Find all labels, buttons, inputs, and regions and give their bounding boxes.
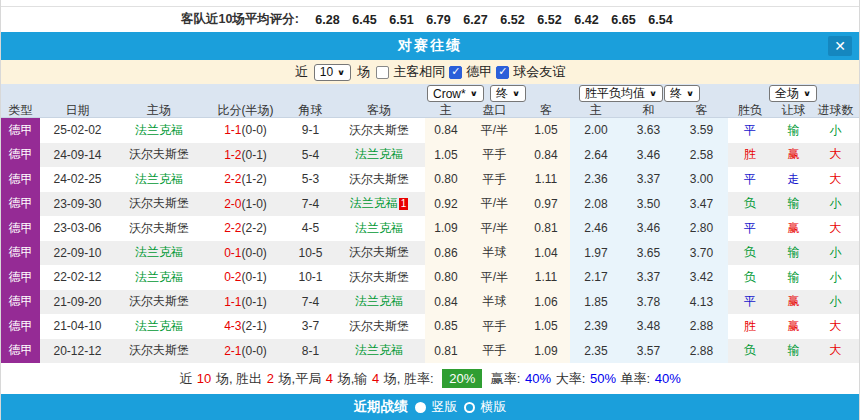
ratings-label: 客队近10场平均评分:	[181, 11, 299, 28]
corner-cell: 7-4	[288, 290, 333, 315]
rating-value: 6.27	[457, 13, 494, 27]
full-time-score: 4-3	[224, 319, 241, 333]
column-header: 角球	[288, 103, 333, 118]
table-row[interactable]: 德甲20-12-12沃尔夫斯堡2-1(0-0)8-1法兰克福0.81平手1.09…	[1, 339, 859, 364]
away-team-name: 法兰克福	[350, 195, 398, 212]
avg-away-cell: 3.00	[675, 167, 728, 192]
score-cell: 0-1(0-0)	[203, 241, 288, 266]
result-wdl-cell: 平	[728, 167, 772, 192]
summary-text: 赢率:	[487, 370, 524, 388]
handicap-cell: 半球	[467, 290, 522, 315]
result-goals-cell: 小	[815, 265, 856, 290]
half-time-score: (0-0)	[242, 344, 267, 358]
score-cell: 0-2(0-1)	[203, 265, 288, 290]
odds-away-cell: 1.06	[522, 290, 570, 315]
half-time-score: (0-0)	[242, 246, 267, 260]
avg-draw-cell: 3.78	[622, 290, 675, 315]
home-team-cell: 沃尔夫斯堡	[115, 339, 203, 364]
away-team-cell: 法兰克福	[333, 143, 425, 168]
near-label: 近	[295, 63, 308, 81]
avg-final-select[interactable]: 终 ∨	[664, 85, 700, 102]
handicap-cell: 平/半	[467, 265, 522, 290]
avg-draw-cell: 3.46	[622, 216, 675, 241]
odds-away-cell: 0.84	[522, 143, 570, 168]
table-row[interactable]: 德甲23-03-06沃尔夫斯堡2-2(2-2)4-5法兰克福1.09平/半0.8…	[1, 216, 859, 241]
odds-final-select[interactable]: 终 ∨	[490, 85, 526, 102]
table-row[interactable]: 德甲22-09-10法兰克福0-1(0-0)10-5沃尔夫斯堡0.86半球1.0…	[1, 241, 859, 266]
home-team-cell: 沃尔夫斯堡	[115, 216, 203, 241]
league-cell: 德甲	[1, 314, 40, 339]
full-time-score: 0-2	[224, 270, 241, 284]
half-time-score: (0-1)	[242, 295, 267, 309]
chevron-down-icon: ∨	[470, 89, 478, 98]
result-goals-cell: 小	[815, 192, 856, 217]
match-count-select[interactable]: 10 ∨	[314, 64, 351, 81]
summary-text: 4	[372, 371, 379, 386]
match-count-value: 10	[320, 65, 333, 79]
table-row[interactable]: 德甲24-09-14沃尔夫斯堡1-2(0-1)5-4法兰克福1.05平手0.84…	[1, 143, 859, 168]
filter-checkbox-label: 球会友谊	[513, 63, 565, 81]
home-team-cell: 法兰克福	[115, 265, 203, 290]
odds-company-select[interactable]: Crow* ∨	[427, 85, 484, 102]
table-row[interactable]: 德甲21-04-10法兰克福4-3(2-1)3-7沃尔夫斯堡0.85平手1.05…	[1, 314, 859, 339]
handicap-cell: 平/半	[467, 216, 522, 241]
full-match-select[interactable]: 全场 ∨	[769, 85, 817, 102]
rating-value: 6.45	[346, 13, 383, 27]
full-match-value: 全场	[775, 85, 799, 102]
table-row[interactable]: 德甲24-02-25法兰克福2-2(1-2)5-3沃尔夫斯堡0.80平手1.11…	[1, 167, 859, 192]
avg-home-cell: 2.08	[570, 192, 622, 217]
column-header: 主场	[115, 103, 203, 118]
away-team-cell: 法兰克福	[333, 216, 425, 241]
filter-checkbox-0[interactable]	[376, 66, 389, 79]
layout-radio-1[interactable]	[464, 402, 475, 413]
home-team-cell: 法兰克福	[115, 167, 203, 192]
table-row[interactable]: 德甲21-09-20沃尔夫斯堡1-1(0-1)7-4法兰克福0.84半球1.06…	[1, 290, 859, 315]
odds-home-cell: 0.84	[425, 118, 467, 143]
table-row[interactable]: 德甲25-02-02法兰克福1-1(0-0)9-1沃尔夫斯堡0.84平/半1.0…	[1, 118, 859, 143]
summary-text: 近	[179, 370, 196, 388]
rating-value: 6.79	[420, 13, 457, 27]
away-team-cell: 法兰克福	[333, 339, 425, 364]
avg-final-value: 终	[670, 85, 682, 102]
full-time-score: 0-1	[224, 246, 241, 260]
layout-radio-label: 横版	[481, 398, 507, 416]
home-team-cell: 沃尔夫斯堡	[115, 290, 203, 315]
avg-draw-cell: 3.37	[622, 167, 675, 192]
avg-value: 胜平负均值	[585, 85, 645, 102]
avg-home-cell: 1.85	[570, 290, 622, 315]
filter-checkbox-1[interactable]	[449, 66, 462, 79]
league-cell: 德甲	[1, 143, 40, 168]
full-time-score: 2-2	[224, 221, 241, 235]
result-wdl-cell: 平	[728, 216, 772, 241]
column-header: 盘口	[467, 103, 522, 118]
table-row[interactable]: 德甲22-02-12法兰克福0-2(0-1)10-1沃尔夫斯堡0.80平/半1.…	[1, 265, 859, 290]
table-row[interactable]: 德甲23-09-30沃尔夫斯堡2-0(1-0)7-4法兰克福10.92平/半0.…	[1, 192, 859, 217]
avg-select[interactable]: 胜平负均值 ∨	[579, 85, 663, 102]
away-team-cell: 沃尔夫斯堡	[333, 314, 425, 339]
rating-value: 6.42	[568, 13, 605, 27]
win-rate-badge: 20%	[442, 369, 482, 388]
date-cell: 23-09-30	[40, 192, 115, 217]
header-selects-row: Crow* ∨ 终 ∨ 胜平负均值 ∨ 终 ∨ 全场 ∨	[1, 84, 859, 103]
layout-radio-0[interactable]	[415, 402, 426, 413]
result-handicap-cell: 输	[772, 339, 815, 364]
chevron-down-icon: ∨	[337, 68, 345, 77]
odds-away-cell: 1.09	[522, 339, 570, 364]
summary-text: 场,平局	[275, 370, 325, 388]
rating-value: 6.52	[531, 13, 568, 27]
half-time-score: (2-2)	[242, 221, 267, 235]
filter-checkbox-2[interactable]	[496, 66, 509, 79]
filter-checkbox-label: 主客相同	[393, 63, 445, 81]
away-team-name: 沃尔夫斯堡	[349, 244, 409, 261]
avg-home-cell: 1.97	[570, 241, 622, 266]
score-cell: 1-1(0-1)	[203, 290, 288, 315]
summary-text: 大率:	[552, 370, 589, 388]
close-icon[interactable]: ✕	[828, 36, 852, 56]
result-handicap-cell: 输	[772, 241, 815, 266]
avg-away-cell: 3.47	[675, 192, 728, 217]
home-team-cell: 沃尔夫斯堡	[115, 143, 203, 168]
avg-home-cell: 2.36	[570, 167, 622, 192]
column-header: 进球数	[815, 103, 856, 118]
handicap-cell: 平手	[467, 143, 522, 168]
date-cell: 22-09-10	[40, 241, 115, 266]
